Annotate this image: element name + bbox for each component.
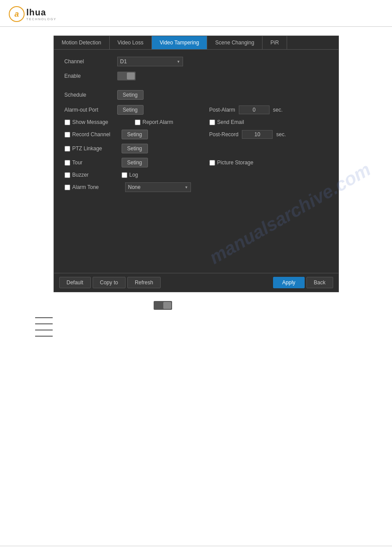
tour-label: Tour — [72, 160, 83, 166]
dash-line-1 — [35, 317, 53, 318]
toggle-illustration-row — [35, 301, 357, 311]
picture-storage-right: Picture Storage — [209, 160, 280, 166]
alarm-out-left: Alarm-out Port Seting — [65, 105, 205, 115]
enable-label: Enable — [65, 73, 117, 79]
show-message-left: Show Message Report Alarm — [65, 119, 205, 125]
channel-select-wrapper[interactable]: D1 — [117, 57, 183, 66]
post-alarm-right: Post-Alarm sec. — [209, 105, 283, 114]
channel-row: Channel D1 — [65, 57, 328, 66]
header: a lhua TECHNOLOGY — [0, 0, 392, 27]
post-record-unit: sec. — [276, 131, 286, 138]
back-button[interactable]: Back — [306, 277, 333, 288]
default-button[interactable]: Default — [59, 277, 91, 288]
alarm-tone-row: Alarm Tone None — [65, 182, 328, 192]
alarm-out-setting-btn[interactable]: Seting — [117, 105, 144, 115]
post-record-right: Post-Record sec. — [209, 130, 286, 139]
post-alarm-unit: sec. — [273, 107, 283, 113]
report-alarm-checkbox[interactable] — [135, 120, 140, 125]
buzzer-checkbox[interactable] — [65, 172, 70, 178]
tabs: Motion Detection Video Loss Video Tamper… — [54, 36, 338, 50]
picture-storage-label: Picture Storage — [217, 160, 254, 166]
below-toggle — [154, 301, 172, 310]
tab-pir[interactable]: PiR — [263, 36, 287, 49]
ptz-linkage-setting-btn[interactable]: Seting — [122, 144, 148, 153]
post-record-label: Post-Record — [209, 131, 239, 138]
apply-button[interactable]: Apply — [273, 277, 305, 288]
dash-line-2 — [35, 323, 53, 324]
bottom-divider — [0, 546, 392, 546]
record-channel-left: Record Channel Seting — [65, 130, 205, 139]
buzzer-checkbox-item: Buzzer — [65, 172, 122, 178]
schedule-setting-btn[interactable]: Seting — [117, 90, 144, 100]
enable-toggle[interactable] — [117, 72, 136, 80]
tour-row: Tour Seting Picture Storage — [65, 158, 328, 167]
alarm-tone-select-wrapper[interactable]: None — [125, 182, 191, 192]
record-channel-row: Record Channel Seting Post-Record sec. — [65, 130, 328, 139]
buzzer-left: Buzzer Log — [65, 172, 205, 178]
record-channel-checkbox-item: Record Channel — [65, 131, 122, 138]
alarm-tone-checkbox[interactable] — [65, 185, 70, 190]
logo-letter: a — [14, 10, 19, 19]
record-channel-label: Record Channel — [72, 131, 111, 138]
post-alarm-input[interactable] — [239, 105, 270, 114]
buzzer-row: Buzzer Log — [65, 172, 328, 178]
schedule-label: Schedule — [65, 92, 117, 98]
alarm-out-row: Alarm-out Port Seting Post-Alarm sec. — [65, 105, 328, 115]
show-message-row: Show Message Report Alarm Send Email — [65, 119, 328, 125]
alarm-tone-select[interactable]: None — [125, 182, 191, 192]
toggle-knob — [127, 73, 135, 80]
alarm-out-label: Alarm-out Port — [65, 107, 117, 113]
post-record-input[interactable] — [242, 130, 273, 139]
schedule-row: Schedule Seting — [65, 90, 328, 100]
tab-motion-detection[interactable]: Motion Detection — [54, 36, 110, 49]
tour-checkbox[interactable] — [65, 160, 70, 166]
logo-name: lhua — [26, 7, 57, 18]
log-checkbox-item: Log — [122, 172, 192, 178]
buzzer-label: Buzzer — [72, 172, 89, 178]
tab-video-loss[interactable]: Video Loss — [110, 36, 152, 49]
send-email-checkbox-item: Send Email — [209, 119, 280, 125]
tour-checkbox-item: Tour — [65, 160, 122, 166]
tour-setting-btn[interactable]: Seting — [122, 158, 148, 167]
dash-line-4 — [35, 336, 53, 337]
ptz-linkage-row: PTZ Linkage Seting — [65, 144, 328, 153]
copy-to-button[interactable]: Copy to — [93, 277, 126, 288]
channel-select[interactable]: D1 — [117, 57, 183, 66]
log-label: Log — [129, 172, 138, 178]
main-content: manualsarchive.com Motion Detection Vide… — [0, 27, 392, 359]
record-channel-setting-btn[interactable]: Seting — [122, 130, 148, 139]
report-alarm-checkbox-item: Report Alarm — [135, 119, 205, 125]
below-toggle-knob — [163, 302, 171, 309]
post-alarm-label: Post-Alarm — [209, 107, 235, 113]
show-message-checkbox[interactable] — [65, 120, 70, 125]
dash-line-3 — [35, 330, 53, 330]
logo-name-block: lhua TECHNOLOGY — [26, 7, 57, 21]
channel-label: Channel — [65, 58, 117, 65]
picture-storage-checkbox-item: Picture Storage — [209, 160, 280, 166]
panel-body: Channel D1 Enable — [54, 50, 338, 273]
send-email-right: Send Email — [209, 119, 280, 125]
report-alarm-label: Report Alarm — [143, 119, 173, 125]
alarm-tone-checkbox-item: Alarm Tone — [65, 184, 122, 190]
show-message-checkbox-item: Show Message — [65, 119, 135, 125]
panel: manualsarchive.com Motion Detection Vide… — [54, 36, 339, 292]
logo: a lhua TECHNOLOGY — [9, 6, 57, 22]
tour-left: Tour Seting — [65, 158, 205, 167]
logo-sub: TECHNOLOGY — [26, 18, 57, 21]
refresh-button[interactable]: Refresh — [127, 277, 161, 288]
panel-footer: Default Copy to Refresh Apply Back — [54, 273, 338, 292]
tab-video-tampering[interactable]: Video Tampering — [152, 36, 208, 49]
ptz-linkage-label: PTZ Linkage — [72, 145, 102, 152]
tab-scene-changing[interactable]: Scene Changing — [207, 36, 263, 49]
ptz-linkage-left: PTZ Linkage Seting — [65, 144, 205, 153]
alarm-tone-label: Alarm Tone — [72, 184, 99, 190]
record-channel-checkbox[interactable] — [65, 132, 70, 138]
send-email-label: Send Email — [217, 119, 244, 125]
ptz-linkage-checkbox-item: PTZ Linkage — [65, 145, 122, 152]
logo-icon: a — [9, 6, 25, 22]
send-email-checkbox[interactable] — [209, 120, 215, 125]
picture-storage-checkbox[interactable] — [209, 160, 215, 166]
ptz-linkage-checkbox[interactable] — [65, 146, 70, 152]
log-checkbox[interactable] — [122, 172, 127, 178]
below-content — [18, 292, 374, 351]
